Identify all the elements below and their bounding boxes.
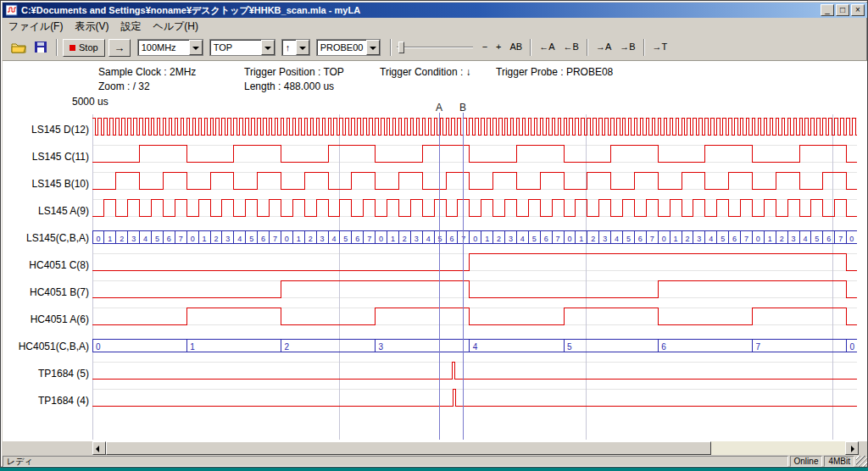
bus-value: 0 [567, 235, 571, 243]
status-message: レディ [3, 456, 788, 467]
signal-trace [92, 145, 857, 162]
waveform-canvas[interactable]: 0123456701234567012345670123456701234567… [1, 1, 868, 471]
signal-trace [92, 253, 857, 270]
bus-value: 4 [331, 235, 336, 243]
bus-value: 2 [214, 235, 218, 243]
bus-value: 1 [190, 342, 195, 352]
right-arrow-icon [851, 446, 854, 452]
bus-value: 0 [850, 342, 855, 352]
bus-value: 2 [591, 235, 595, 243]
bus-value: 4 [520, 235, 525, 243]
bus-value: 6 [826, 235, 831, 243]
signal-trace [92, 172, 857, 189]
bus-value: 4 [237, 235, 242, 243]
bus-value: 0 [285, 235, 289, 243]
bus-value: 6 [261, 235, 265, 243]
bus-value: 5 [155, 235, 159, 243]
bus-value: 0 [473, 235, 477, 243]
bus-value: 7 [838, 235, 843, 243]
bus-value: 3 [697, 235, 701, 243]
bus-value: 2 [685, 235, 689, 243]
bus-value: 4 [615, 235, 619, 243]
scroll-left-button[interactable] [92, 441, 106, 455]
bus-value: 7 [367, 235, 371, 243]
bus-value: 3 [131, 235, 136, 243]
bus-value: 7 [461, 235, 465, 243]
signal-trace [92, 362, 857, 379]
bus-value: 6 [167, 235, 171, 243]
bus-value: 7 [556, 235, 560, 243]
bus-value: 3 [379, 342, 384, 352]
resize-grip[interactable] [856, 456, 867, 467]
bus-value: 5 [626, 235, 631, 243]
bus-value: 2 [284, 342, 289, 352]
bus-value: 7 [650, 235, 654, 243]
bus-value: 2 [309, 235, 313, 243]
bus-value: 7 [179, 235, 183, 243]
bus-value: 4 [426, 235, 431, 243]
bus-value: 6 [449, 235, 453, 243]
bus-value: 2 [120, 235, 124, 243]
horizontal-scrollbar[interactable] [92, 441, 859, 455]
bus-value: 5 [343, 235, 348, 243]
bus-value: 2 [780, 235, 784, 243]
bus-value: 5 [721, 235, 725, 243]
bus-value: 6 [661, 342, 666, 352]
bus-value: 1 [203, 235, 207, 243]
signal-trace [92, 199, 857, 216]
bus-value: 6 [732, 235, 737, 243]
bus-value: 3 [415, 235, 419, 243]
signal-trace [92, 118, 857, 135]
bus-value: 6 [355, 235, 359, 243]
bus-value: 2 [403, 235, 407, 243]
bus-value: 4 [473, 342, 478, 352]
bus-value: 6 [638, 235, 643, 243]
left-arrow-icon [96, 446, 99, 452]
status-memory: 4MBit [824, 456, 854, 467]
bus-value: 1 [768, 235, 772, 243]
bus-value: 1 [391, 235, 395, 243]
bus-value: 1 [674, 235, 678, 243]
bus-value: 5 [532, 235, 537, 243]
bus-value: 3 [603, 235, 607, 243]
bus-value: 1 [108, 235, 112, 243]
scrollbar-thumb[interactable] [106, 441, 711, 455]
app-window: C:¥Documents and Settings¥noname¥デスクトップ¥… [0, 0, 868, 468]
bus-value: 7 [273, 235, 277, 243]
bus-value: 0 [96, 342, 101, 352]
signal-trace [92, 280, 857, 297]
statusbar: レディ Online 4MBit [3, 455, 867, 467]
bus-value: 1 [579, 235, 583, 243]
scroll-right-button[interactable] [845, 441, 859, 455]
bus-value: 0 [662, 235, 666, 243]
bus-value: 5 [815, 235, 819, 243]
bus-value: 1 [485, 235, 489, 243]
scrollbar-strip [3, 441, 867, 455]
bus-value: 3 [320, 235, 325, 243]
bus-value: 4 [709, 235, 713, 243]
bus-value: 6 [544, 235, 548, 243]
bus-value: 4 [803, 235, 807, 243]
desktop [0, 468, 868, 471]
bus-value: 0 [756, 235, 760, 243]
bus-value: 0 [96, 235, 100, 243]
bus-value: 0 [379, 235, 383, 243]
screen: C:¥Documents and Settings¥noname¥デスクトップ¥… [0, 0, 868, 471]
bus-value: 0 [849, 235, 854, 243]
bus-value: 3 [225, 235, 230, 243]
bus-value: 0 [191, 235, 195, 243]
signal-trace [92, 308, 857, 324]
bus-value: 7 [755, 342, 760, 352]
bus-value: 2 [497, 235, 501, 243]
bus-value: 5 [438, 235, 442, 243]
bus-value: 5 [249, 235, 253, 243]
bus-value: 3 [509, 235, 513, 243]
bus-value: 5 [567, 342, 572, 352]
bus-value: 4 [143, 235, 147, 243]
signal-trace [92, 389, 857, 406]
status-online: Online [790, 456, 823, 467]
bus-value: 3 [792, 235, 796, 243]
bus-value: 7 [744, 235, 748, 243]
bus-value: 1 [297, 235, 301, 243]
